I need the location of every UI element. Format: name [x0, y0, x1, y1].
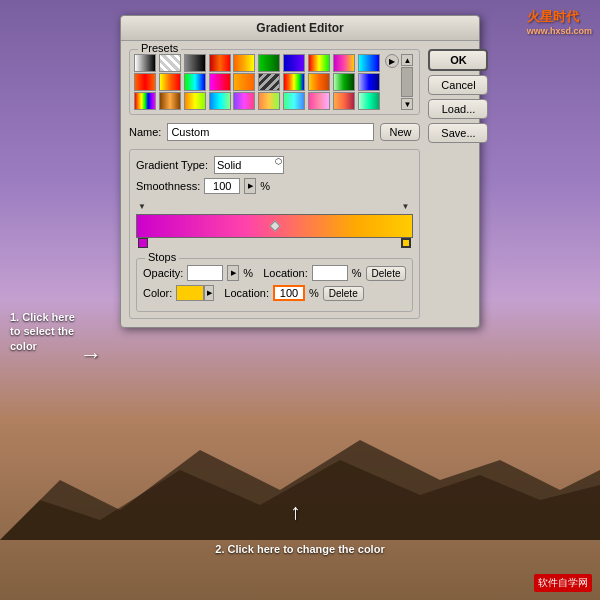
cancel-button[interactable]: Cancel [428, 75, 488, 95]
opacity-stop-left[interactable]: ▼ [138, 202, 148, 214]
preset-item[interactable] [184, 92, 206, 110]
smoothness-label: Smoothness: [136, 180, 200, 192]
color-location-unit: % [309, 287, 319, 299]
preset-item[interactable] [308, 54, 330, 72]
color-delete-button[interactable]: Delete [323, 286, 364, 301]
name-input[interactable] [167, 123, 374, 141]
logo-text: 火星时代 [527, 8, 592, 26]
preset-item[interactable] [209, 73, 231, 91]
preset-item[interactable] [233, 54, 255, 72]
preset-item[interactable] [258, 92, 280, 110]
gradient-type-row: Gradient Type: Solid Noise [136, 156, 413, 174]
load-button[interactable]: Load... [428, 99, 488, 119]
dialog-main: Presets [129, 49, 420, 319]
annotation-left: 1. Click hereto select thecolor [10, 310, 80, 353]
color-location-input[interactable] [273, 285, 305, 301]
opacity-location-label: Location: [263, 267, 308, 279]
presets-scrollbar-thumb[interactable] [401, 67, 413, 97]
preset-item[interactable] [308, 92, 330, 110]
preset-item[interactable] [134, 92, 156, 110]
preset-item[interactable] [308, 73, 330, 91]
presets-scroll-up[interactable]: ▲ [401, 54, 413, 66]
preset-item[interactable] [258, 54, 280, 72]
preset-item[interactable] [209, 92, 231, 110]
new-button[interactable]: New [380, 123, 420, 141]
color-stop-left[interactable] [138, 238, 148, 248]
stops-section: Stops Opacity: ▶ % Location: % Delete [136, 258, 413, 312]
midpoint-diamond[interactable] [269, 220, 280, 231]
presets-label: Presets [138, 42, 181, 54]
arrow-left-icon: → [80, 342, 102, 368]
preset-item[interactable] [233, 73, 255, 91]
color-swatch[interactable] [176, 285, 204, 301]
opacity-delete-button[interactable]: Delete [366, 266, 407, 281]
preset-item[interactable] [283, 54, 305, 72]
name-row: Name: New [129, 123, 420, 141]
preset-item[interactable] [258, 73, 280, 91]
presets-grid [134, 54, 381, 110]
preset-item[interactable] [184, 54, 206, 72]
preset-item[interactable] [209, 54, 231, 72]
preset-item[interactable] [333, 73, 355, 91]
preset-item[interactable] [358, 54, 380, 72]
opacity-location-input[interactable] [312, 265, 348, 281]
color-location-label: Location: [224, 287, 269, 299]
preset-item[interactable] [283, 92, 305, 110]
opacity-input[interactable] [187, 265, 223, 281]
smoothness-input[interactable] [204, 178, 240, 194]
smoothness-unit: % [260, 180, 270, 192]
preset-item[interactable] [159, 73, 181, 91]
opacity-stop-right[interactable]: ▼ [401, 202, 411, 214]
gradient-stops-bottom [136, 238, 413, 252]
save-button[interactable]: Save... [428, 123, 488, 143]
dialog-buttons: OK Cancel Load... Save... [428, 49, 488, 319]
opacity-unit: % [243, 267, 253, 279]
gradient-stops-top: ▼ ▼ [136, 202, 413, 214]
opacity-label: Opacity: [143, 267, 183, 279]
stops-label: Stops [145, 251, 179, 263]
preset-item[interactable] [134, 54, 156, 72]
gradient-type-select-wrapper: Solid Noise [214, 156, 284, 174]
smoothness-arrow-button[interactable]: ▶ [244, 178, 256, 194]
arrow-bottom-icon: ↑ [290, 499, 301, 525]
logo-subtitle: www.hxsd.com [527, 26, 592, 36]
ok-button[interactable]: OK [428, 49, 488, 71]
preset-item[interactable] [283, 73, 305, 91]
dialog-title: Gradient Editor [256, 21, 343, 35]
preset-item[interactable] [134, 73, 156, 91]
preset-item[interactable] [159, 92, 181, 110]
dialog-body: Presets [121, 41, 479, 327]
gradient-section: Gradient Type: Solid Noise Smoothness: ▶… [129, 149, 420, 319]
name-label: Name: [129, 126, 161, 138]
preset-item[interactable] [184, 73, 206, 91]
logo: 火星时代 www.hxsd.com [527, 8, 592, 36]
preset-item[interactable] [358, 92, 380, 110]
preset-item[interactable] [233, 92, 255, 110]
preset-item[interactable] [358, 73, 380, 91]
preset-item[interactable] [333, 92, 355, 110]
opacity-arrow-button[interactable]: ▶ [227, 265, 239, 281]
color-label: Color: [143, 287, 172, 299]
smoothness-row: Smoothness: ▶ % [136, 178, 413, 194]
opacity-location-unit: % [352, 267, 362, 279]
gradient-type-label: Gradient Type: [136, 159, 208, 171]
gradient-type-select[interactable]: Solid Noise [214, 156, 284, 174]
preset-item[interactable] [333, 54, 355, 72]
color-swatch-arrow[interactable]: ▶ [204, 285, 214, 301]
annotation-bottom: 2. Click here to change the color [215, 543, 384, 555]
dialog-titlebar: Gradient Editor [121, 16, 479, 41]
gradient-bar-area: ▼ ▼ [136, 202, 413, 252]
preset-item[interactable] [159, 54, 181, 72]
gradient-editor-dialog: Gradient Editor Presets [120, 15, 480, 328]
gradient-bar[interactable] [136, 214, 413, 238]
watermark: 软件自学网 [534, 574, 592, 592]
presets-scroll-down[interactable]: ▼ [401, 98, 413, 110]
presets-section: Presets [129, 49, 420, 115]
color-stop-right[interactable] [401, 238, 411, 248]
opacity-row: Opacity: ▶ % Location: % Delete [143, 265, 406, 281]
color-row: Color: ▶ Location: % Delete [143, 285, 406, 301]
